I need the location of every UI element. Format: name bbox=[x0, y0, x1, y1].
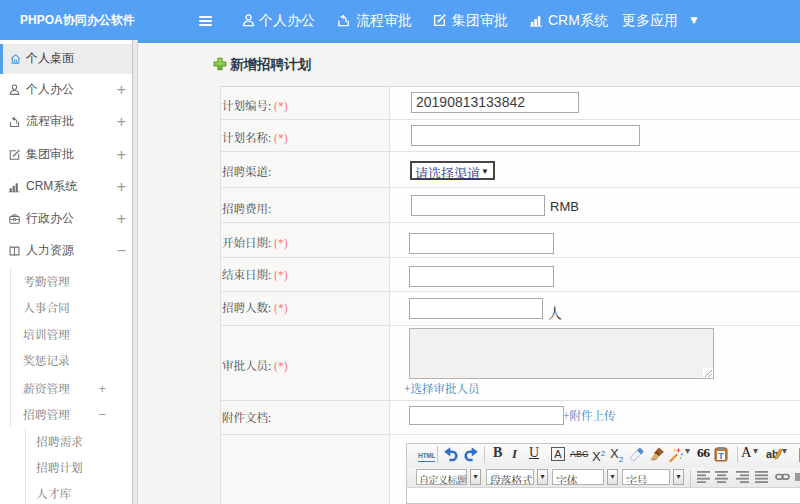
svg-text:T: T bbox=[718, 451, 724, 461]
